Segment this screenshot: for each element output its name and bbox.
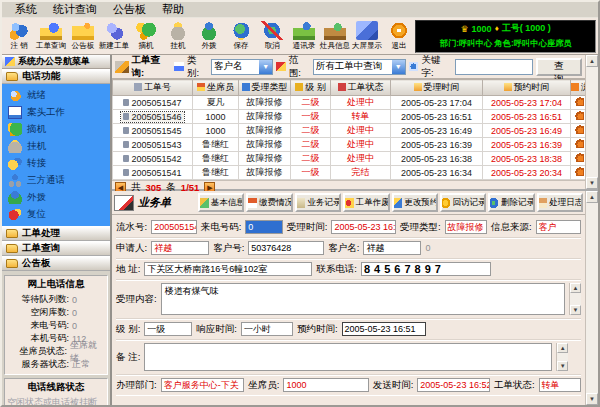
browse-icon[interactable] xyxy=(575,167,584,176)
cell-accept-time[interactable]: 2005-05-23 16:39 xyxy=(391,138,483,152)
cell-status[interactable]: 处理中 xyxy=(331,124,391,138)
sidebar-group[interactable]: 工单查询 xyxy=(2,241,110,256)
cell-level[interactable]: 一级 xyxy=(291,110,331,124)
toolbar-button[interactable]: 新建工单 xyxy=(99,19,130,53)
table-row[interactable]: 2005051542 鲁继红 故障报修 二级 处理中 2005-05-23 16… xyxy=(113,152,589,166)
applicant-field[interactable]: 祥越 xyxy=(151,241,209,255)
table-scrollbar[interactable]: ▲ ▼ xyxy=(585,55,598,189)
source-field[interactable]: 客户 xyxy=(536,220,581,234)
agent-field[interactable]: 1000 xyxy=(283,378,368,392)
cell-accept-time[interactable]: 2005-05-23 16:34 xyxy=(391,166,483,180)
sidebar-item[interactable]: 挂机 xyxy=(8,138,110,155)
toolbar-button[interactable]: 挂机 xyxy=(162,19,192,53)
cell-type[interactable]: 故障报修 xyxy=(239,138,291,152)
cell-agent[interactable]: 夏凡 xyxy=(193,96,239,110)
cell-agent[interactable]: 鲁继红 xyxy=(193,138,239,152)
column-header[interactable]: 工单号 xyxy=(113,80,193,96)
sidebar-item[interactable]: 案头工作 xyxy=(8,104,110,121)
column-header[interactable]: 预约时间 xyxy=(483,80,571,96)
business-tab-button[interactable]: 工单作废 xyxy=(343,193,389,212)
cell-type[interactable]: 故障报修 xyxy=(239,124,291,138)
toolbar-button[interactable]: 灶具信息 xyxy=(320,19,351,53)
table-row[interactable]: 2005051543 鲁继红 故障报修 二级 处理中 2005-05-23 16… xyxy=(113,138,589,152)
sidebar-item[interactable]: 转接 xyxy=(8,155,110,172)
cell-accept-time[interactable]: 2005-05-23 16:38 xyxy=(391,152,483,166)
form-scrollbar[interactable]: ▲ ▼ xyxy=(585,191,598,405)
cell-type[interactable]: 故障报修 xyxy=(239,96,291,110)
search-button[interactable]: 查询 xyxy=(536,58,582,76)
cell-appoint-time[interactable]: 2005-05-23 16:39 xyxy=(483,138,571,152)
cell-agent[interactable]: 1000 xyxy=(193,124,239,138)
cell-type[interactable]: 故障报修 xyxy=(239,110,291,124)
toolbar-button[interactable]: 注 销 xyxy=(4,19,34,53)
serial-field[interactable]: 2005051546 xyxy=(151,220,196,234)
sidebar-group[interactable]: 工单处理 xyxy=(2,226,110,241)
sidebar-item[interactable]: 三方通话 xyxy=(8,172,110,189)
cell-appoint-time[interactable]: 2005-05-23 16:51 xyxy=(483,110,571,124)
keyword-input[interactable] xyxy=(455,59,533,75)
menu-item[interactable]: 帮助 xyxy=(155,2,191,17)
menu-item[interactable]: 统计查询 xyxy=(46,2,104,17)
cell-level[interactable]: 二级 xyxy=(291,96,331,110)
appoint-field[interactable]: 2005-05-23 16:51 xyxy=(342,322,426,336)
table-row[interactable]: 2005051541 鲁继红 故障报修 一级 完结 2005-05-23 16:… xyxy=(113,166,589,180)
cell-order-no[interactable]: 2005051546 xyxy=(113,110,193,124)
sidebar-item[interactable]: 就绪 xyxy=(8,87,110,104)
dept-field[interactable]: 客户服务中心-下关 xyxy=(161,378,245,392)
business-tab-button[interactable]: 回访记录 xyxy=(440,193,486,212)
cell-appoint-time[interactable]: 2005-05-23 16:49 xyxy=(483,124,571,138)
cell-level[interactable]: 二级 xyxy=(291,138,331,152)
toolbar-button[interactable]: 公告板 xyxy=(67,19,97,53)
cell-level[interactable]: 二级 xyxy=(291,152,331,166)
cell-order-no[interactable]: 2005051543 xyxy=(113,138,193,152)
toolbar-button[interactable]: 通讯录 xyxy=(288,19,318,53)
cell-accept-time[interactable]: 2005-05-23 16:51 xyxy=(391,110,483,124)
sidebar-group-phone[interactable]: 电话功能 xyxy=(2,69,110,84)
column-header[interactable]: 坐席员 xyxy=(193,80,239,96)
accept-type-field[interactable]: 故障报修 xyxy=(445,220,487,234)
business-tab-button[interactable]: 缴费情况 xyxy=(246,193,292,212)
order-status-field[interactable]: 转单 xyxy=(539,378,581,392)
toolbar-button[interactable]: 大屏显示 xyxy=(352,19,383,53)
browse-icon[interactable] xyxy=(575,97,584,106)
scroll-down-icon[interactable]: ▼ xyxy=(570,305,581,315)
menu-item[interactable]: 系统 xyxy=(8,2,44,17)
content-scrollbar[interactable]: ▲▼ xyxy=(569,283,581,315)
remark-scrollbar[interactable]: ▲▼ xyxy=(556,343,568,371)
sidebar-item[interactable]: 外拨 xyxy=(8,189,110,206)
cell-order-no[interactable]: 2005051547 xyxy=(113,96,193,110)
browse-icon[interactable] xyxy=(575,153,584,162)
cell-type[interactable]: 故障报修 xyxy=(239,166,291,180)
cell-status[interactable]: 处理中 xyxy=(331,152,391,166)
scroll-down-icon[interactable]: ▼ xyxy=(557,361,568,371)
cell-agent[interactable]: 鲁继红 xyxy=(193,152,239,166)
browse-icon[interactable] xyxy=(575,125,584,134)
scroll-up-icon[interactable]: ▲ xyxy=(557,343,568,353)
business-tab-button[interactable]: 基本信息 xyxy=(198,193,244,212)
column-header[interactable]: 受理时间 xyxy=(391,80,483,96)
cell-accept-time[interactable]: 2005-05-23 16:49 xyxy=(391,124,483,138)
sidebar-item[interactable]: 复位 xyxy=(8,206,110,223)
column-header[interactable]: 受理类型 xyxy=(239,80,291,96)
cell-appoint-time[interactable]: 2005-05-23 17:04 xyxy=(483,96,571,110)
toolbar-button[interactable]: 取消 xyxy=(257,19,287,53)
category-select[interactable]: 客户名 xyxy=(211,59,273,75)
caller-field[interactable]: 0 xyxy=(245,220,283,234)
scroll-up-icon[interactable]: ▲ xyxy=(570,283,581,293)
cell-status[interactable]: 处理中 xyxy=(331,138,391,152)
business-tab-button[interactable]: 更改预约 xyxy=(392,193,438,212)
browse-icon[interactable] xyxy=(575,111,584,120)
cell-level[interactable]: 二级 xyxy=(291,124,331,138)
browse-icon[interactable] xyxy=(575,139,584,148)
cell-agent[interactable]: 鲁继红 xyxy=(193,166,239,180)
cell-order-no[interactable]: 2005051541 xyxy=(113,166,193,180)
cell-order-no[interactable]: 2005051542 xyxy=(113,152,193,166)
cell-status[interactable]: 转单 xyxy=(331,110,391,124)
scroll-down-icon[interactable]: ▼ xyxy=(586,393,598,405)
table-row[interactable]: 2005051546 1000 故障报修 一级 转单 2005-05-23 16… xyxy=(113,110,589,124)
scroll-down-icon[interactable]: ▼ xyxy=(586,177,598,189)
toolbar-button[interactable]: 工单查询 xyxy=(35,19,66,53)
table-row[interactable]: 2005051545 1000 故障报修 二级 处理中 2005-05-23 1… xyxy=(113,124,589,138)
scroll-up-icon[interactable]: ▲ xyxy=(586,191,598,203)
cell-accept-time[interactable]: 2005-05-23 17:04 xyxy=(391,96,483,110)
